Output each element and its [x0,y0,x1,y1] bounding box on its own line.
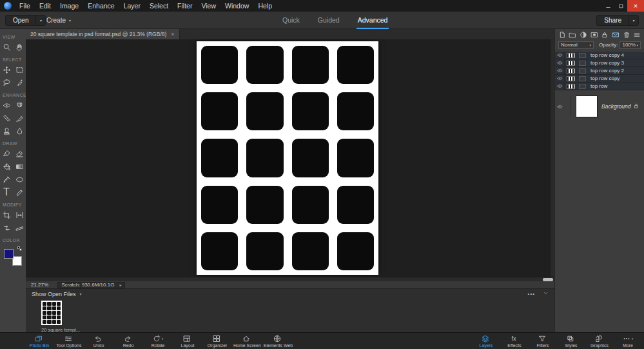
taskbar-item[interactable]: Redo [115,333,142,349]
mode-tab[interactable]: Quick [281,12,301,29]
shape-tool-button[interactable] [14,174,25,185]
mode-tab[interactable]: Advanced [356,12,389,29]
foreground-color-swatch[interactable] [4,249,14,259]
menu-item[interactable]: Enhance [83,0,119,12]
delete-layer-icon[interactable] [622,30,631,39]
eraser-tool-button[interactable] [14,148,25,159]
mode-tab[interactable]: Guided [317,12,341,29]
layer-visibility-eye-icon[interactable] [555,59,565,66]
taskbar-item[interactable]: Layout [174,333,201,349]
red-eye-tool-button[interactable] [1,99,12,111]
taskbar-item[interactable]: Photo Bin [26,333,53,349]
smart-brush-tool-button[interactable] [14,112,25,124]
layer-row[interactable]: top row copy 4 [555,52,644,59]
clone-stamp-tool-button[interactable] [1,125,12,137]
taskbar-item[interactable]: Elements Web [264,333,293,349]
open-dropdown-icon[interactable]: ▾ [35,15,45,25]
crop-tool-button[interactable] [1,209,12,221]
layers-icon [482,335,489,343]
vertical-scrollbar[interactable] [550,39,554,277]
layer-visibility-eye-icon[interactable] [555,75,565,82]
scratch-status[interactable]: Scratch: 930.6M/10.1G ▸ [57,282,125,288]
quick-selection-tool-button[interactable] [14,77,25,88]
photo-bin-filter-dropdown-icon[interactable]: ▾ [80,292,82,296]
maximize-icon[interactable] [614,0,627,12]
menu-item[interactable]: Layer [119,0,145,12]
envelope-icon[interactable] [611,30,620,39]
taskbar-item[interactable]: Graphics [586,333,613,349]
taskbar-item[interactable]: ▾ Rotate [144,333,171,349]
paint-bucket-tool-button[interactable] [1,161,12,172]
layer-visibility-eye-icon[interactable] [555,52,565,59]
default-swatches-icon[interactable] [17,246,22,251]
minimize-icon[interactable] [601,0,614,12]
eyedropper-tool-button[interactable] [1,174,12,185]
taskbar-item[interactable]: Styles [558,333,585,349]
lock-layer-icon[interactable] [601,30,610,39]
taskbar-item[interactable]: Filters [529,333,556,349]
menu-item[interactable]: Image [55,0,83,12]
panel-menu-icon[interactable] [632,30,641,39]
blend-mode-select[interactable]: Normal ▾ [558,41,594,49]
create-button[interactable]: Create ▾ [46,15,71,26]
menu-item[interactable]: Help [253,0,277,12]
open-button[interactable]: Open ▾ [5,15,46,26]
close-icon[interactable]: × [627,0,644,12]
document-canvas[interactable] [197,41,378,275]
adjustment-layer-icon[interactable] [579,30,588,39]
photo-bin-menu-icon[interactable]: ••• [528,291,535,297]
layer-row[interactable]: top row [555,83,644,90]
taskbar-item[interactable]: Undo [85,333,112,349]
layer-mask-icon[interactable] [590,30,599,39]
canvas-square [201,186,238,224]
zoom-tool-button[interactable] [1,41,12,53]
opacity-input[interactable]: 100% ▾ [620,41,641,49]
layer-row[interactable]: top row copy 2 [555,67,644,75]
menu-item[interactable]: Select [145,0,173,12]
photo-bin-collapse-icon[interactable] [543,290,549,297]
brush-tool-button[interactable] [1,148,12,159]
straighten-tool-button[interactable] [14,222,25,234]
blur-tool-button[interactable] [14,125,25,137]
menu-item[interactable]: Edit [35,0,55,12]
gradient-tool-button[interactable] [14,161,25,172]
recompose-tool-button[interactable] [14,209,25,221]
layer-visibility-eye-icon[interactable] [555,67,565,74]
menu-item[interactable]: File [15,0,35,12]
hand-tool-button[interactable] [14,41,25,53]
layer-visibility-eye-icon[interactable] [555,83,565,90]
menu-item[interactable]: Filter [173,0,197,12]
taskbar-item[interactable]: fx Effects [501,333,528,349]
document-tab[interactable]: 20 square template in psd format.psd @ 2… [26,29,180,39]
content-aware-move-tool-button[interactable] [1,222,12,234]
photo-bin-thumbnail[interactable] [41,301,62,325]
share-dropdown-icon[interactable]: ▾ [629,15,638,25]
lasso-tool-button[interactable] [1,77,12,88]
scratch-flyout-icon[interactable]: ▸ [119,283,121,287]
new-layer-icon[interactable] [558,30,567,39]
background-color-swatch[interactable] [12,256,22,266]
pencil-tool-button[interactable] [14,186,25,198]
marquee-tool-button[interactable] [14,64,25,75]
type-tool-button[interactable]: T [1,186,12,198]
taskbar-item[interactable]: Tool Options [55,333,83,349]
taskbar-item[interactable]: Layers [473,333,500,349]
share-button[interactable]: Share ▾ [596,15,639,26]
whiten-teeth-tool-button[interactable] [14,99,25,111]
menu-list: FileEditImageEnhanceLayerSelectFilterVie… [15,0,277,12]
taskbar-item[interactable]: Organizer [204,333,231,349]
menu-item[interactable]: View [197,0,220,12]
background-layer-row[interactable]: Background [555,94,644,119]
spot-healing-tool-button[interactable] [1,112,12,124]
photo-bin-filter-label[interactable]: Show Open Files [32,291,76,297]
tab-close-icon[interactable]: × [171,31,174,37]
menu-item[interactable]: Window [220,0,253,12]
taskbar-item[interactable]: Home Screen [233,333,261,349]
move-tool-button[interactable] [1,64,12,75]
new-group-icon[interactable] [569,30,578,39]
horizontal-scrollbar[interactable] [26,277,554,281]
taskbar-item[interactable]: ▾ More [614,333,641,349]
layer-row[interactable]: top row copy [555,75,644,83]
layer-row[interactable]: top row copy 3 [555,59,644,67]
background-visibility-eye-icon[interactable] [555,104,565,110]
